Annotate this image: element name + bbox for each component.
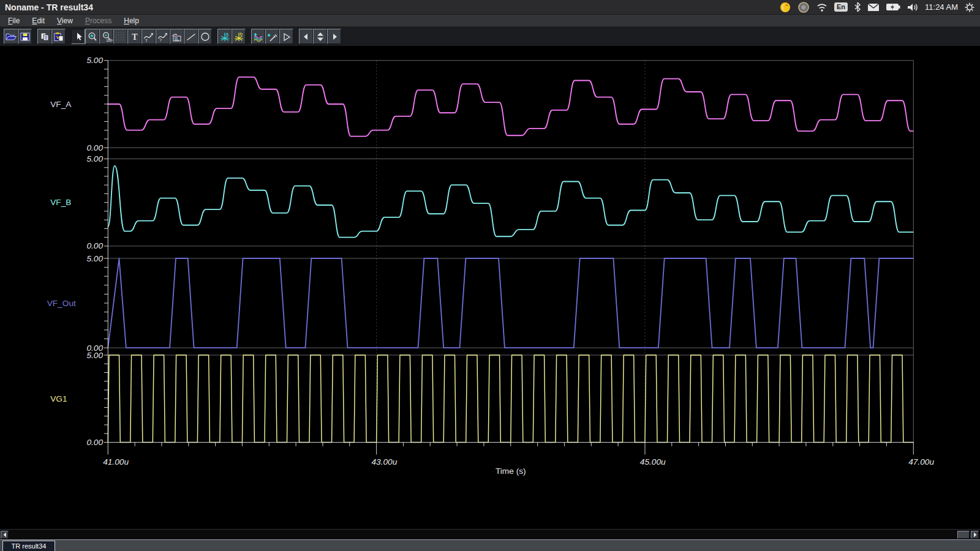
trace-label-vfa: VF_A <box>50 100 72 109</box>
copy-icon <box>39 31 51 42</box>
waveform-plot[interactable]: 5.000.00VF_A5.000.00VF_B5.000.00VF_Out5.… <box>0 46 980 529</box>
window-title: Noname - TR result34 <box>0 2 93 12</box>
wifi-icon[interactable] <box>816 2 828 12</box>
nav-updown-icon <box>314 31 326 42</box>
x-minor-ticks <box>135 442 886 446</box>
curve-annotate-icon: T <box>143 31 155 42</box>
mail-icon[interactable] <box>867 3 880 12</box>
result-tab[interactable]: TR result34 <box>2 541 55 551</box>
svg-text:b: b <box>239 31 243 37</box>
cursor-b-icon: b <box>233 31 245 42</box>
battery-icon[interactable] <box>886 3 900 11</box>
ellipse-button[interactable] <box>198 29 212 44</box>
paste-icon <box>53 31 65 42</box>
camera-sphere-icon[interactable] <box>797 2 810 13</box>
svg-text:T: T <box>132 32 138 42</box>
trace-label-vfout: VF_Out <box>47 299 76 308</box>
menu-help[interactable]: Help <box>118 15 145 26</box>
y-max-label-vg1: 5.00 <box>86 351 103 360</box>
zoom-in-button[interactable] <box>85 29 99 44</box>
save-icon <box>19 31 31 42</box>
y-min-label-vg1: 0.00 <box>86 438 103 447</box>
menu-edit[interactable]: Edit <box>26 15 50 26</box>
trace-vfb <box>108 166 913 238</box>
svg-text:?: ? <box>159 38 162 42</box>
clock[interactable]: 11:24 AM <box>925 2 958 12</box>
zoom-in-icon <box>86 31 99 42</box>
nav-left-icon <box>300 31 312 42</box>
app-window: Noname - TR result34 En <box>0 0 980 551</box>
nav-left-button[interactable] <box>299 29 313 44</box>
svg-text:T: T <box>145 38 148 42</box>
y-max-label-vfout: 5.00 <box>86 254 103 263</box>
x-tick-label-0: 41.00u <box>103 457 129 467</box>
menu-view[interactable]: View <box>51 15 78 26</box>
paste-button[interactable] <box>51 29 66 44</box>
trace-label-vg1: VG1 <box>50 394 67 403</box>
scrollbar-thumb[interactable] <box>957 531 970 539</box>
x-axis-title: Time (s) <box>496 467 526 476</box>
cursor-b-button[interactable]: b <box>232 29 246 44</box>
trace-vfa <box>108 77 913 137</box>
cursor-a-button[interactable]: a <box>217 29 232 44</box>
select-button[interactable] <box>71 29 85 44</box>
text-button[interactable]: T <box>127 29 141 44</box>
panel-vfout <box>104 258 913 348</box>
zoom-out-100-button[interactable]: 100% <box>99 29 113 44</box>
legend-button[interactable] <box>170 29 184 44</box>
curve-annotate-button[interactable]: T <box>141 29 156 44</box>
toolbar: 100%TT?ab <box>0 27 980 46</box>
grid-icon <box>115 31 127 42</box>
curve-query-icon: ? <box>157 31 169 42</box>
add-curve-button[interactable] <box>251 29 265 44</box>
add-curve-icon <box>252 31 265 42</box>
panel-vfb <box>104 159 913 246</box>
trace-label-vfb: VF_B <box>50 198 71 207</box>
scroll-left-button[interactable] <box>1 531 9 539</box>
line-icon <box>185 31 197 42</box>
horizontal-scrollbar[interactable] <box>0 529 980 539</box>
zoom-out-100-icon: 100% <box>100 31 113 42</box>
grid-button[interactable] <box>113 29 127 44</box>
text-icon: T <box>129 31 141 42</box>
svg-text:100%: 100% <box>106 38 113 42</box>
open-button[interactable] <box>4 29 18 44</box>
run-button[interactable] <box>279 29 293 44</box>
y-ticks <box>104 258 108 348</box>
session-gear-icon[interactable] <box>964 2 975 13</box>
scroll-right-button[interactable] <box>971 531 979 539</box>
probe-button[interactable] <box>265 29 279 44</box>
menu-process[interactable]: Process <box>80 15 117 26</box>
ellipse-icon <box>199 31 211 42</box>
open-icon <box>5 31 17 42</box>
svg-text:a: a <box>225 31 228 37</box>
menu-file[interactable]: File <box>2 15 25 26</box>
nav-updown-button[interactable] <box>313 29 327 44</box>
bluetooth-icon[interactable] <box>854 2 861 12</box>
legend-icon <box>171 31 183 42</box>
y-max-label-vfb: 5.00 <box>86 154 103 163</box>
titlebar: Noname - TR result34 En <box>0 0 980 15</box>
keyboard-layout-indicator[interactable]: En <box>834 2 848 12</box>
cursor-a-icon: a <box>219 31 231 42</box>
x-tick-label-3: 47.00u <box>908 457 934 467</box>
x-tick-label-1: 43.00u <box>371 457 397 467</box>
trace-vg1 <box>108 355 913 442</box>
copy-button[interactable] <box>37 29 51 44</box>
messaging-bird-icon[interactable] <box>779 2 791 13</box>
statusbar: TR result34 <box>0 539 980 551</box>
trace-vfout <box>108 258 913 348</box>
curve-query-button[interactable]: ? <box>156 29 170 44</box>
line-button[interactable] <box>184 29 198 44</box>
panel-vg1 <box>104 355 913 442</box>
run-icon <box>281 31 293 42</box>
y-min-label-vfb: 0.00 <box>86 241 103 250</box>
y-max-label-vfa: 5.00 <box>86 56 103 65</box>
nav-right-button[interactable] <box>327 29 341 44</box>
volume-icon[interactable] <box>907 2 919 12</box>
select-icon <box>72 31 85 42</box>
y-ticks <box>104 355 108 442</box>
x-tick-label-2: 45.00u <box>640 457 666 467</box>
probe-icon <box>266 31 279 42</box>
save-button[interactable] <box>18 29 32 44</box>
